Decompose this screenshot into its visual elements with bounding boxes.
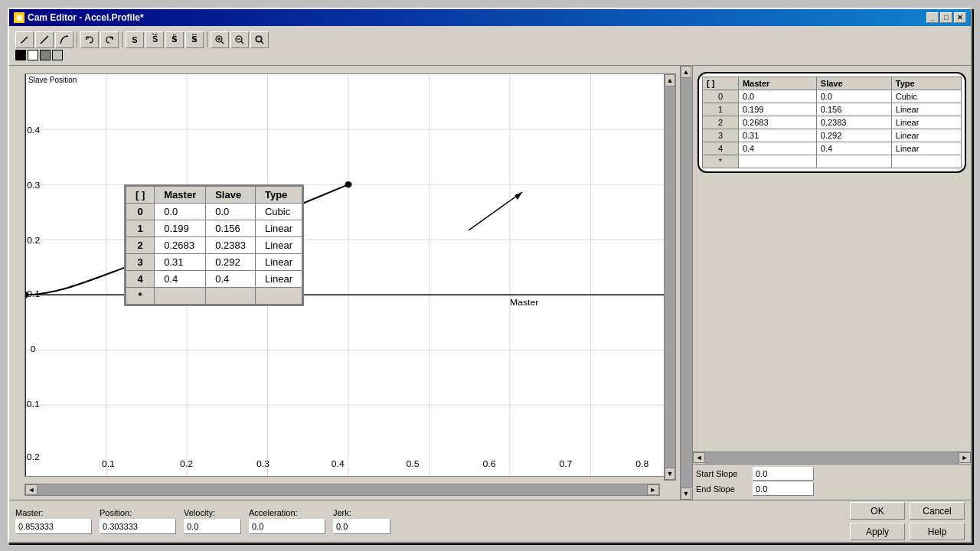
start-slope-input[interactable] <box>753 467 814 481</box>
svg-text:0.5: 0.5 <box>407 458 420 468</box>
s4-button[interactable]: S⃛ <box>185 31 204 48</box>
svg-text:0.7: 0.7 <box>559 458 572 468</box>
rt-slave-0: 0.0 <box>816 90 891 103</box>
help-button[interactable]: Help <box>910 523 965 540</box>
type-val-2: Linear <box>255 237 302 254</box>
toolbar: S Ṡ S̈ S⃛ <box>9 26 971 66</box>
undo-button[interactable] <box>80 31 99 48</box>
start-slope-row: Start Slope <box>696 467 968 481</box>
rhscroll-right-btn[interactable]: ► <box>959 452 971 463</box>
rt-master-3: 0.31 <box>738 129 816 142</box>
ok-button[interactable]: OK <box>850 502 905 520</box>
rvscroll-down-btn[interactable]: ▼ <box>681 487 691 500</box>
jerk-label: Jerk: <box>333 508 390 517</box>
right-panel: ▲ ▼ [ ] Master Slave Type <box>680 66 971 500</box>
position-label: Position: <box>100 508 176 517</box>
jerk-input[interactable] <box>333 519 390 534</box>
right-vscrollbar-left[interactable]: ▲ ▼ <box>681 66 693 500</box>
zoom-in-button[interactable] <box>211 31 229 48</box>
svg-line-0 <box>41 36 48 44</box>
type-val-3: Linear <box>255 254 302 271</box>
svg-text:-0.2: -0.2 <box>25 452 40 461</box>
slave-val-1: 0.156 <box>206 220 256 237</box>
maximize-button[interactable]: □ <box>940 12 952 23</box>
line-tool-button[interactable] <box>35 31 54 48</box>
velocity-input[interactable] <box>184 519 241 534</box>
color-gray[interactable] <box>40 50 51 60</box>
close-button[interactable]: ✕ <box>954 12 966 23</box>
rt-type-2: Linear <box>891 116 961 129</box>
s3-button[interactable]: S̈ <box>165 31 184 48</box>
vscroll-track <box>665 86 675 468</box>
table-row: 4 0.4 0.4 Linear <box>126 271 302 288</box>
curve-tool-button[interactable] <box>55 31 74 48</box>
right-panel-content: [ ] Master Slave Type 0 0.0 0.0 <box>693 66 971 500</box>
row-index-1: 1 <box>126 220 155 237</box>
redo-button[interactable] <box>100 31 119 48</box>
svg-text:0.2: 0.2 <box>27 236 40 245</box>
svg-text:0.4: 0.4 <box>332 458 345 468</box>
rt-master-2: 0.2683 <box>738 116 816 129</box>
acceleration-input[interactable] <box>249 519 325 534</box>
rt-slave-2: 0.2383 <box>816 116 891 129</box>
row-index-4: 4 <box>126 271 155 288</box>
apply-button[interactable]: Apply <box>850 523 905 540</box>
svg-line-2 <box>221 41 224 44</box>
right-table-row: 1 0.199 0.156 Linear <box>703 103 962 116</box>
jerk-field: Jerk: <box>333 508 390 534</box>
color-lightgray[interactable] <box>52 50 63 60</box>
s1-button[interactable]: S <box>126 31 144 48</box>
overlay-table: [ ] Master Slave Type 0 0.0 0.0 Cubic <box>124 184 304 306</box>
rt-master-star <box>738 155 816 168</box>
zoom-out-button[interactable] <box>230 31 249 48</box>
arrow-diagram <box>469 184 545 246</box>
master-label: Master: <box>15 508 92 517</box>
zoom-fit-button[interactable] <box>250 31 269 48</box>
position-input[interactable] <box>100 519 176 534</box>
svg-text:0.1: 0.1 <box>102 458 115 468</box>
velocity-label: Velocity: <box>184 508 241 517</box>
separator1 <box>77 32 77 47</box>
s2-button[interactable]: Ṡ <box>145 31 164 48</box>
svg-text:0.3: 0.3 <box>256 458 270 468</box>
graph-vscrollbar[interactable]: ▲ ▼ <box>664 73 676 481</box>
window-title: Cam Editor - Accel.Profile* <box>28 12 144 23</box>
title-bar: ▣ Cam Editor - Accel.Profile* _ □ ✕ <box>9 9 971 26</box>
table-row: 2 0.2683 0.2383 Linear <box>126 237 302 254</box>
color-black[interactable] <box>15 50 26 60</box>
slave-label: Slave Position <box>28 76 77 84</box>
type-val-0: Cubic <box>255 204 302 220</box>
overlay-col-slave: Slave <box>206 187 256 204</box>
right-hscrollbar[interactable]: ◄ ► <box>693 452 971 464</box>
hscroll-right-btn[interactable]: ► <box>647 484 659 495</box>
rhscroll-left-btn[interactable]: ◄ <box>693 452 705 463</box>
rt-master-0: 0.0 <box>738 90 816 103</box>
rvscroll-up-btn[interactable]: ▲ <box>681 66 691 78</box>
color-white[interactable] <box>28 50 38 60</box>
master-input[interactable] <box>15 519 92 534</box>
svg-line-9 <box>261 41 263 44</box>
end-slope-input[interactable] <box>753 482 814 496</box>
vscroll-up-btn[interactable]: ▲ <box>665 74 675 86</box>
velocity-field: Velocity: <box>184 508 241 534</box>
rt-idx-star: * <box>703 155 739 168</box>
hscroll-left-btn[interactable]: ◄ <box>25 484 38 495</box>
svg-rect-10 <box>256 37 261 41</box>
pencil-tool-button[interactable] <box>15 31 34 48</box>
acceleration-field: Acceleration: <box>249 508 325 534</box>
rhscroll-track <box>705 452 959 464</box>
right-table-row: 4 0.4 0.4 Linear <box>703 142 962 155</box>
overlay-col-type: Type <box>255 187 302 204</box>
overlay-col-master: Master <box>155 187 206 204</box>
minimize-button[interactable]: _ <box>926 12 939 23</box>
graph-hscrollbar[interactable]: ◄ ► <box>24 484 660 496</box>
right-table-row: 2 0.2683 0.2383 Linear <box>703 116 962 129</box>
vscroll-down-btn[interactable]: ▼ <box>665 468 675 480</box>
svg-text:-0.1: -0.1 <box>25 399 40 409</box>
svg-text:0.3: 0.3 <box>27 181 40 190</box>
right-col-index: [ ] <box>703 77 739 90</box>
main-content: Slave Position <box>9 66 971 500</box>
main-window: ▣ Cam Editor - Accel.Profile* _ □ ✕ <box>8 8 972 543</box>
graph-canvas: Slave Position <box>24 73 672 477</box>
cancel-button[interactable]: Cancel <box>910 502 965 520</box>
